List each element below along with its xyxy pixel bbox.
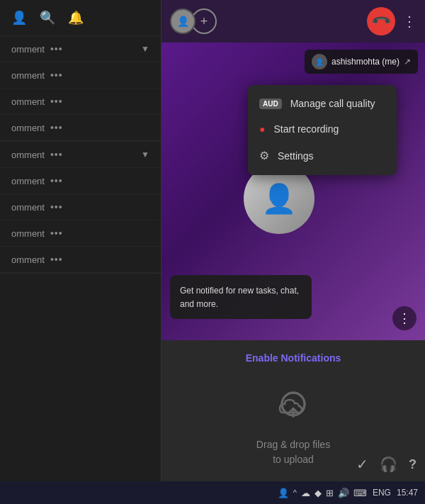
comment-label: omment xyxy=(11,176,45,186)
taskbar-cloud-icon[interactable]: ☁ xyxy=(301,488,310,498)
aud-badge: AUD xyxy=(259,99,282,109)
taskbar-keyboard-icon[interactable]: ⌨ xyxy=(353,488,367,498)
gear-icon: ⚙ xyxy=(259,149,269,162)
comment-label: omment xyxy=(11,44,45,55)
record-icon: ● xyxy=(259,123,265,135)
dots-button[interactable]: ••• xyxy=(50,201,63,213)
avatar-user1: 👤 xyxy=(170,9,196,34)
notification-popup: Get notified for new tasks, chat, and mo… xyxy=(170,275,312,319)
sidebar-item: omment ••• xyxy=(0,115,161,141)
dots-button[interactable]: ••• xyxy=(50,175,63,186)
manage-call-quality-label: Manage call quality xyxy=(290,98,375,109)
taskbar: 👤 ^ ☁ ◆ ⊞ 🔊 ⌨ ENG 15:47 xyxy=(0,481,425,504)
comment-label: omment xyxy=(11,123,45,133)
sidebar-item: omment ••• xyxy=(0,247,161,273)
taskbar-person-icon[interactable]: 👤 xyxy=(278,488,289,498)
dots-button[interactable]: ••• xyxy=(50,96,63,107)
sidebar-group-2: omment ••• ▼ omment ••• omment ••• o xyxy=(0,142,161,274)
sidebar-item: omment ••• xyxy=(0,168,161,194)
taskbar-language: ENG xyxy=(373,488,391,498)
bell-icon[interactable]: 🔔 xyxy=(68,10,84,26)
chevron-down-icon[interactable]: ▼ xyxy=(141,150,149,159)
headphones-icon[interactable]: 🎧 xyxy=(380,456,397,473)
upload-icon xyxy=(276,390,311,432)
comment-label: omment xyxy=(11,96,45,107)
end-call-button[interactable]: 📞 xyxy=(367,7,395,35)
cursor-icon: ↗ xyxy=(404,57,411,67)
manage-call-quality-item[interactable]: AUD Manage call quality xyxy=(248,91,397,116)
taskbar-grid-icon[interactable]: ⊞ xyxy=(326,488,334,498)
comment-label: omment xyxy=(11,150,45,160)
start-recording-label: Start recording xyxy=(273,123,339,135)
person-icon[interactable]: 👤 xyxy=(11,10,27,26)
comment-label: omment xyxy=(11,254,45,265)
settings-item[interactable]: ⚙ Settings xyxy=(248,142,397,169)
sidebar-top: 👤 🔍 🔔 xyxy=(0,0,161,36)
avatars-group: 👤 + xyxy=(170,9,217,34)
chevron-down-icon[interactable]: ▼ xyxy=(141,44,149,54)
dropdown-menu: AUD Manage call quality ● Start recordin… xyxy=(248,85,397,175)
settings-label: Settings xyxy=(278,150,314,162)
sidebar-list: omment ••• ▼ omment ••• omment ••• o xyxy=(0,36,161,274)
taskbar-time: 15:47 xyxy=(397,488,418,498)
check-icon[interactable]: ✓ xyxy=(356,456,368,473)
dots-button[interactable]: ••• xyxy=(50,228,63,239)
dots-button[interactable]: ••• xyxy=(50,254,63,265)
call-header: 👤 + 📞 ⋮ xyxy=(162,0,425,43)
upload-actions: ✓ 🎧 ? xyxy=(356,456,416,473)
sidebar-item: omment ••• xyxy=(0,62,161,89)
sidebar-group-1: omment ••• ▼ omment ••• omment ••• o xyxy=(0,36,161,142)
taskbar-volume-icon[interactable]: 🔊 xyxy=(338,488,349,498)
search-icon[interactable]: 🔍 xyxy=(40,10,55,26)
sidebar-item: omment ••• xyxy=(0,220,161,247)
self-avatar: 👤 xyxy=(312,54,327,69)
self-label: 👤 ashishmohta (me) ↗ xyxy=(305,50,418,74)
more-options-button[interactable]: ⋮ xyxy=(402,13,416,30)
dots-button[interactable]: ••• xyxy=(50,149,63,160)
sidebar-item: omment ••• xyxy=(0,89,161,115)
sidebar: 👤 🔍 🔔 omment ••• ▼ omment ••• ommen xyxy=(0,0,162,482)
sidebar-item: omment ••• ▼ xyxy=(0,142,161,168)
video-more-button-container: ⋮ xyxy=(392,306,416,330)
call-area: 👤 + 📞 ⋮ 👤 👤 ashishmohta (me) ↗ AUD Manag xyxy=(162,0,425,481)
sidebar-item: omment ••• xyxy=(0,194,161,220)
enable-notifications-bar: Enable Notifications xyxy=(162,340,425,376)
phone-icon: 📞 xyxy=(370,10,392,32)
enable-notifications-button[interactable]: Enable Notifications xyxy=(246,352,341,364)
comment-label: omment xyxy=(11,70,45,81)
taskbar-dropbox-icon[interactable]: ◆ xyxy=(314,488,322,498)
dots-button[interactable]: ••• xyxy=(50,122,63,133)
taskbar-icons: 👤 ^ ☁ ◆ ⊞ 🔊 ⌨ xyxy=(278,488,367,498)
comment-label: omment xyxy=(11,228,45,239)
upload-text: Drag & drop filesto upload xyxy=(256,437,330,467)
self-name: ashishmohta (me) xyxy=(332,57,400,67)
help-icon[interactable]: ? xyxy=(409,457,416,472)
taskbar-caret-icon[interactable]: ^ xyxy=(293,488,297,497)
notification-text: Get notified for new tasks, chat, and mo… xyxy=(180,286,299,309)
sidebar-item: omment ••• ▼ xyxy=(0,36,161,62)
video-more-button[interactable]: ⋮ xyxy=(392,306,416,330)
upload-area: Drag & drop filesto upload ✓ 🎧 ? xyxy=(162,376,425,481)
dots-button[interactable]: ••• xyxy=(50,43,63,55)
comment-label: omment xyxy=(11,202,45,213)
start-recording-item[interactable]: ● Start recording xyxy=(248,116,397,142)
dots-button[interactable]: ••• xyxy=(50,69,63,81)
call-controls: 📞 ⋮ xyxy=(367,7,416,35)
video-area: 👤 👤 ashishmohta (me) ↗ AUD Manage call q… xyxy=(162,43,425,340)
